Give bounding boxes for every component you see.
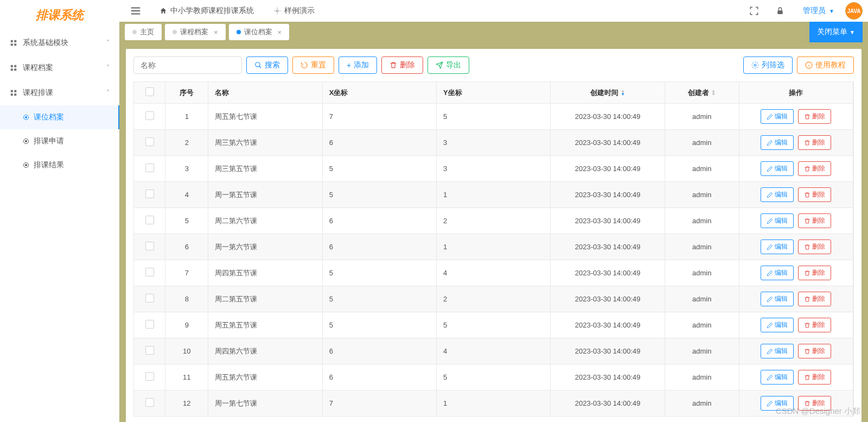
delete-label: 删除 xyxy=(400,60,415,70)
header-creator[interactable]: 创建者▲▼ xyxy=(665,82,739,104)
header-index[interactable]: 序号 xyxy=(165,82,208,104)
edit-button[interactable]: 编辑 xyxy=(761,109,794,124)
demo-link[interactable]: 样例演示 xyxy=(267,6,321,16)
delete-row-button[interactable]: 删除 xyxy=(798,240,831,254)
trash-icon xyxy=(804,166,810,172)
tab-close-icon[interactable]: × xyxy=(214,28,218,36)
fullscreen-button[interactable] xyxy=(744,1,764,21)
row-checkbox[interactable] xyxy=(145,242,154,250)
delete-row-button[interactable]: 删除 xyxy=(798,344,831,358)
tab[interactable]: 课位档案× xyxy=(229,24,290,40)
delete-row-button[interactable]: 删除 xyxy=(798,318,831,332)
edit-button[interactable]: 编辑 xyxy=(761,396,794,411)
edit-icon xyxy=(767,140,773,146)
edit-button[interactable]: 编辑 xyxy=(761,370,794,385)
header-name[interactable]: 名称 xyxy=(208,82,322,104)
menu-item[interactable]: 排课申请 xyxy=(0,129,119,153)
lock-button[interactable] xyxy=(770,1,790,21)
header-created-time[interactable]: 创建时间▲▼ xyxy=(551,82,665,104)
reset-icon xyxy=(301,61,308,69)
table-scroll[interactable]: 序号 名称 X坐标 Y坐标 创建时间▲▼ 创建者▲▼ 操作 1 周五第七节课 7… xyxy=(134,82,853,417)
menu-item[interactable]: 课位档案 xyxy=(0,105,119,129)
module-icon xyxy=(10,89,17,97)
caret-down-icon: ▼ xyxy=(850,29,855,35)
lock-icon xyxy=(776,7,784,15)
delete-row-button[interactable]: 删除 xyxy=(798,109,831,124)
delete-row-button[interactable]: 删除 xyxy=(798,370,831,385)
cell-name: 周五第六节课 xyxy=(208,364,322,390)
tutorial-button[interactable]: 使用教程 xyxy=(797,56,854,74)
edit-button[interactable]: 编辑 xyxy=(761,187,794,202)
row-checkbox[interactable] xyxy=(145,398,154,407)
reset-button[interactable]: 重置 xyxy=(292,56,334,74)
row-checkbox[interactable] xyxy=(145,163,154,172)
edit-button[interactable]: 编辑 xyxy=(761,213,794,228)
breadcrumb-home[interactable]: 中小学教师课程排课系统 xyxy=(153,6,260,16)
cell-y: 5 xyxy=(437,104,551,130)
avatar[interactable]: JAVA xyxy=(845,2,863,20)
cell-x: 5 xyxy=(322,312,436,338)
edit-button[interactable]: 编辑 xyxy=(761,292,794,306)
edit-button[interactable]: 编辑 xyxy=(761,240,794,254)
tab-close-icon[interactable]: × xyxy=(278,28,282,36)
cell-x: 6 xyxy=(322,338,436,364)
table-row: 1 周五第七节课 7 5 2023-03-30 14:00:49 admin 编… xyxy=(134,104,853,130)
menu-item[interactable]: 排课结果 xyxy=(0,153,119,177)
delete-row-button[interactable]: 删除 xyxy=(798,213,831,228)
column-filter-button[interactable]: 列筛选 xyxy=(743,56,793,74)
add-button[interactable]: + 添加 xyxy=(339,56,377,74)
tab[interactable]: 主页 xyxy=(125,24,162,40)
svg-point-27 xyxy=(256,62,260,67)
cell-y: 4 xyxy=(437,260,551,286)
menu-toggle-button[interactable] xyxy=(125,0,146,22)
name-search-input[interactable] xyxy=(133,56,242,74)
delete-row-button[interactable]: 删除 xyxy=(798,135,831,150)
export-button[interactable]: 导出 xyxy=(427,56,469,74)
cell-name: 周二第五节课 xyxy=(208,286,322,312)
cell-name: 周五第五节课 xyxy=(208,312,322,338)
edit-button[interactable]: 编辑 xyxy=(761,344,794,358)
cell-x: 5 xyxy=(322,156,436,182)
cell-ops: 编辑 删除 xyxy=(739,312,853,338)
cell-y: 1 xyxy=(437,390,551,417)
header-x[interactable]: X坐标 xyxy=(322,82,436,104)
cell-index: 4 xyxy=(165,182,208,208)
menu-group-header[interactable]: 课程档案˅ xyxy=(0,55,119,80)
row-checkbox[interactable] xyxy=(145,346,154,355)
row-checkbox[interactable] xyxy=(145,190,154,198)
delete-row-button[interactable]: 删除 xyxy=(798,187,831,202)
edit-button[interactable]: 编辑 xyxy=(761,318,794,332)
delete-button[interactable]: 删除 xyxy=(381,56,423,74)
tab[interactable]: 课程档案× xyxy=(165,24,226,40)
row-checkbox[interactable] xyxy=(145,111,154,120)
close-menu-button[interactable]: 关闭菜单 ▼ xyxy=(809,22,863,42)
header-y[interactable]: Y坐标 xyxy=(437,82,551,104)
trash-icon xyxy=(804,400,810,407)
delete-row-button[interactable]: 删除 xyxy=(798,161,831,176)
edit-icon xyxy=(767,244,773,250)
search-button[interactable]: 搜索 xyxy=(246,56,288,74)
select-all-checkbox[interactable] xyxy=(145,87,154,96)
edit-button[interactable]: 编辑 xyxy=(761,266,794,280)
row-checkbox[interactable] xyxy=(145,268,154,276)
menu-group-header[interactable]: 课程排课˄ xyxy=(0,80,119,105)
edit-button[interactable]: 编辑 xyxy=(761,135,794,150)
tab-dot-icon xyxy=(173,30,177,34)
delete-row-button[interactable]: 删除 xyxy=(798,292,831,306)
row-checkbox[interactable] xyxy=(145,216,154,224)
menu-group-header[interactable]: 系统基础模块˅ xyxy=(0,30,119,55)
delete-row-button[interactable]: 删除 xyxy=(798,266,831,280)
row-checkbox[interactable] xyxy=(145,137,154,146)
user-menu[interactable]: 管理员 ▼ xyxy=(803,6,834,16)
cell-ops: 编辑 删除 xyxy=(739,260,853,286)
row-checkbox[interactable] xyxy=(145,294,154,303)
item-icon xyxy=(23,162,29,168)
menu-group-label: 课程档案 xyxy=(23,63,53,73)
row-checkbox[interactable] xyxy=(145,372,154,381)
row-checkbox[interactable] xyxy=(145,320,154,329)
edit-icon xyxy=(767,400,773,407)
avatar-text: JAVA xyxy=(847,8,860,14)
tab-label: 主页 xyxy=(140,27,154,37)
delete-row-button[interactable]: 删除 xyxy=(798,396,831,411)
edit-button[interactable]: 编辑 xyxy=(761,161,794,176)
